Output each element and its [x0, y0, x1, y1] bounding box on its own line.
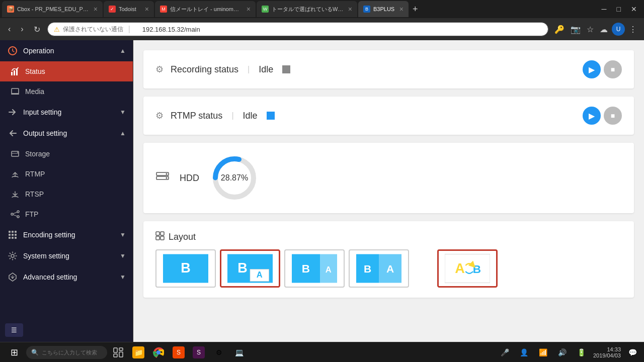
layout-card: Layout B B A	[143, 221, 634, 298]
file-explorer-icon: 📁	[132, 346, 144, 358]
settings-button[interactable]: ⚙	[210, 343, 228, 361]
people-button[interactable]: 👤	[517, 345, 532, 360]
recording-stop-button[interactable]: ■	[604, 60, 622, 78]
recording-status-row: ⚙ Recording status | Idle ▶ ■	[155, 60, 622, 78]
tab-close-gmail[interactable]: ×	[247, 5, 251, 13]
svg-line-13	[13, 215, 17, 216]
rtmp-stop-button[interactable]: ■	[604, 107, 622, 125]
slack-icon: S	[193, 346, 205, 358]
address-separator: |	[128, 25, 130, 34]
terminal-button[interactable]: 💻	[230, 343, 248, 361]
minimize-button[interactable]: ─	[597, 3, 612, 15]
sidebar-section-operation[interactable]: Operation ▲	[0, 40, 133, 61]
svg-point-23	[11, 254, 14, 257]
layout-ab-swap-button[interactable]: A B	[437, 249, 498, 288]
tab-cbox[interactable]: 📦 Cbox - PR_PMES_EDU_PRI... ×	[2, 1, 103, 17]
tab-b3plus[interactable]: B B3PLUS ×	[358, 1, 409, 17]
sidebar-section-output[interactable]: Output setting ▲	[0, 123, 133, 144]
sidebar-section-advanced[interactable]: Advanced setting ▼	[0, 266, 133, 288]
sidebar-item-storage[interactable]: Storage	[0, 144, 133, 164]
layout-b-over-a-button[interactable]: B A	[220, 249, 280, 288]
svg-rect-3	[16, 69, 18, 75]
rtmp-idle-indicator	[267, 112, 275, 120]
sidebar-item-media[interactable]: Media	[0, 81, 133, 102]
refresh-button[interactable]: ↻	[31, 23, 43, 36]
layout-full-b-button[interactable]: B	[155, 249, 216, 288]
sync-button[interactable]: ☁	[598, 23, 610, 36]
network-button[interactable]: 📶	[536, 345, 551, 360]
volume-button[interactable]: 🔊	[555, 345, 570, 360]
task-view-button[interactable]	[109, 343, 127, 361]
start-button[interactable]: ⊞	[4, 345, 24, 360]
extensions-button[interactable]: 🔑	[552, 23, 567, 36]
output-chevron: ▲	[120, 130, 126, 137]
storage-icon	[10, 149, 20, 159]
sidebar-toggle-button[interactable]: ☰	[5, 323, 23, 337]
tab-todoist[interactable]: ✓ Todoist ×	[104, 1, 154, 17]
sidebar-section-encoding[interactable]: Encoding setting ▼	[0, 224, 133, 245]
sidebar-section-input[interactable]: Input setting ▼	[0, 102, 133, 123]
svg-rect-14	[9, 231, 11, 233]
taskbar-search[interactable]: 🔍	[26, 346, 107, 359]
slack-button[interactable]: S	[190, 343, 208, 361]
advanced-setting-label: Advanced setting	[23, 273, 77, 281]
address-bar: ‹ › ↻ ⚠ 保護されていない通信 | 🔑 📷 ☆ ☁ U ⋮	[0, 18, 644, 40]
forward-button[interactable]: ›	[18, 23, 26, 36]
tab-favicon-todoist: ✓	[109, 6, 116, 13]
app-body: Operation ▲ Status	[0, 40, 644, 342]
layout-ba-side-button[interactable]: B A	[349, 249, 409, 288]
task-view-icon	[112, 346, 124, 358]
recording-play-button[interactable]: ▶	[583, 60, 601, 78]
tab-total[interactable]: W トータルで選ばれているWeb会... ×	[257, 1, 357, 17]
sidebar-section-system[interactable]: System setting ▼	[0, 245, 133, 266]
file-explorer-button[interactable]: 📁	[129, 343, 147, 361]
layout-b-left-a-button[interactable]: B A	[284, 249, 345, 288]
sidebar-item-rtmp[interactable]: RTMP	[0, 164, 133, 184]
address-input[interactable]	[135, 22, 542, 36]
profile-button[interactable]: U	[612, 23, 625, 36]
settings-icon: ⚙	[213, 346, 225, 358]
bookmark-button[interactable]: ☆	[585, 23, 596, 36]
tab-close-cbox[interactable]: ×	[94, 5, 98, 13]
slick-button[interactable]: S	[170, 343, 188, 361]
tab-title-total: トータルで選ばれているWeb会...	[272, 6, 345, 13]
window-controls: ─ □ ✕	[597, 3, 642, 15]
rtmp-status-card: ⚙ RTMP status | Idle ▶ ■	[143, 97, 634, 135]
encoding-chevron: ▼	[120, 231, 126, 238]
chrome-button[interactable]	[149, 343, 168, 361]
media-label: Media	[25, 87, 126, 96]
layout-ab-swap-svg: A B	[445, 253, 490, 284]
sidebar-item-status[interactable]: Status	[0, 61, 133, 81]
recording-separator: |	[248, 65, 250, 74]
new-tab-button[interactable]: +	[410, 4, 421, 15]
svg-rect-19	[15, 234, 17, 236]
svg-text:B: B	[181, 260, 191, 276]
sidebar-item-ftp[interactable]: FTP	[0, 204, 133, 224]
recording-status-label: Recording status	[171, 64, 238, 75]
rtmp-play-button[interactable]: ▶	[583, 107, 601, 125]
notification-button[interactable]: 💬	[625, 345, 640, 360]
back-button[interactable]: ‹	[5, 23, 14, 36]
operation-chevron: ▲	[120, 47, 126, 54]
hdd-card: HDD 28.87%	[143, 143, 634, 213]
mic-button[interactable]: 🎤	[498, 345, 513, 360]
ftp-label: FTP	[25, 210, 126, 218]
svg-point-8	[17, 152, 18, 153]
layout-spacer	[413, 249, 433, 288]
rtmp-separator: |	[231, 111, 233, 120]
svg-rect-51	[114, 348, 117, 352]
battery-button[interactable]: 🔋	[574, 345, 589, 360]
maximize-button[interactable]: □	[612, 3, 626, 15]
svg-point-26	[166, 173, 168, 175]
tab-close-b3plus[interactable]: ×	[399, 5, 404, 13]
tab-gmail[interactable]: M 信メールトレイ - uminom@phot... ×	[155, 1, 256, 17]
sidebar-item-rtsp[interactable]: RTSP	[0, 184, 133, 204]
screenshot-button[interactable]: 📷	[569, 23, 583, 36]
recording-status-value: Idle	[259, 64, 273, 75]
browser-chrome: 📦 Cbox - PR_PMES_EDU_PRI... × ✓ Todoist …	[0, 0, 644, 40]
tab-close-total[interactable]: ×	[348, 5, 352, 13]
taskbar-search-input[interactable]	[42, 349, 102, 355]
tab-close-todoist[interactable]: ×	[145, 5, 149, 13]
menu-button[interactable]: ⋮	[627, 23, 639, 36]
window-close-button[interactable]: ✕	[626, 3, 642, 15]
